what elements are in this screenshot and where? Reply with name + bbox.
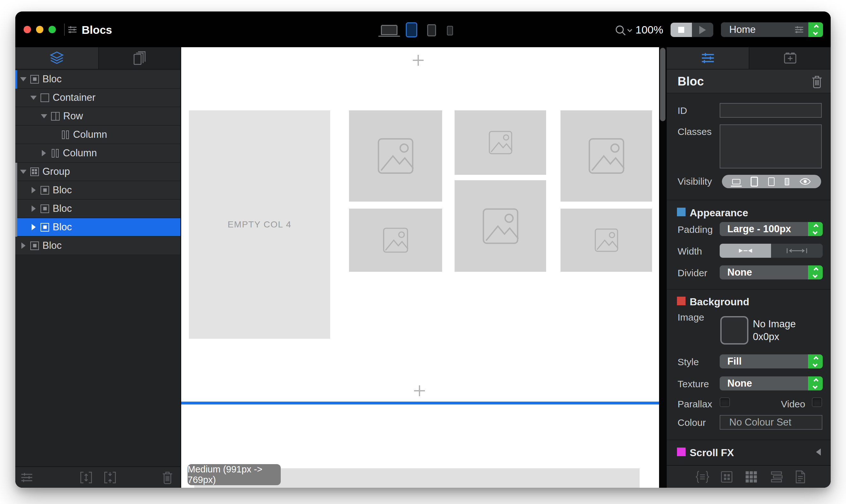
expand-all-icon[interactable] (78, 471, 94, 484)
page-selector[interactable]: Home (721, 22, 823, 37)
sliders-icon (68, 25, 77, 34)
chevron-down-icon[interactable] (627, 29, 632, 33)
width-contained-button[interactable] (720, 244, 771, 258)
stop-icon (678, 27, 684, 33)
canvas-scrollbar-thumb[interactable] (660, 48, 665, 121)
collapse-all-icon[interactable] (103, 471, 118, 484)
grid-3x3-icon[interactable] (744, 470, 758, 484)
tab-add-component[interactable] (749, 47, 831, 69)
column-icon (61, 130, 70, 139)
design-canvas[interactable]: EMPTY COL 4 (181, 47, 659, 488)
breakpoint-desktop-base (378, 36, 400, 37)
visibility-desktop-icon[interactable] (732, 179, 740, 184)
scrollfx-collapse-icon[interactable] (816, 449, 821, 455)
page-document-icon[interactable] (794, 470, 807, 484)
layer-row-bloc[interactable]: Bloc (15, 237, 180, 255)
disclosure-right-icon[interactable] (30, 187, 37, 193)
id-input[interactable] (720, 103, 822, 118)
code-braces-icon[interactable] (695, 470, 710, 484)
layer-options-icon[interactable] (20, 471, 34, 484)
page-settings-icon[interactable] (794, 25, 804, 34)
minimize-window-button[interactable] (36, 26, 43, 33)
tab-layers[interactable] (15, 47, 98, 69)
texture-stepper[interactable] (808, 376, 823, 391)
disclosure-right-icon[interactable] (30, 224, 37, 230)
image-placeholder-box[interactable] (560, 110, 652, 202)
parallax-checkbox[interactable] (720, 397, 730, 407)
container-icon (40, 93, 49, 102)
layer-row-column[interactable]: Column (15, 144, 180, 163)
layer-row-bloc[interactable]: Bloc (15, 70, 180, 89)
background-image-well[interactable] (720, 316, 749, 344)
layer-row-bloc[interactable]: Bloc (15, 181, 180, 200)
image-status: No Image (753, 318, 796, 330)
close-window-button[interactable] (24, 26, 31, 33)
visibility-tablet-large-icon[interactable] (751, 177, 758, 186)
layer-row-group[interactable]: Group (15, 163, 180, 181)
pages-icon (133, 51, 146, 66)
canvas-scrollbar-track[interactable] (659, 47, 667, 488)
add-bloc-top-button[interactable] (413, 55, 424, 66)
colour-field[interactable]: No Colour Set (720, 415, 822, 430)
disclosure-down-icon[interactable] (40, 114, 48, 118)
empty-column[interactable]: EMPTY COL 4 (189, 110, 330, 339)
classes-input[interactable] (720, 124, 822, 168)
layer-navigator-sidebar: Bloc Container Row Column Column (15, 47, 180, 488)
titlebar-divider (64, 24, 65, 36)
bloc-icon (40, 204, 49, 213)
breakpoint-phone-icon[interactable] (447, 26, 453, 35)
breakpoint-medium-tablet-icon-active[interactable] (406, 22, 417, 37)
divider-stepper[interactable] (808, 265, 823, 280)
list-rows-icon[interactable] (769, 470, 785, 484)
bloc-accent-bar (15, 70, 17, 89)
disclosure-right-icon[interactable] (40, 150, 47, 156)
image-placeholder-box[interactable] (349, 110, 442, 202)
group-accent-bar (15, 200, 17, 218)
image-placeholder-box[interactable] (454, 180, 546, 272)
zoom-level[interactable]: 100% (635, 24, 663, 36)
layer-tree-empty-area (15, 255, 180, 466)
add-bloc-bottom-button[interactable] (414, 385, 425, 396)
visibility-phone-icon[interactable] (785, 178, 789, 185)
texture-dropdown[interactable]: None (720, 376, 823, 391)
breakpoint-small-tablet-icon[interactable] (427, 24, 436, 36)
layer-row-container[interactable]: Container (15, 89, 180, 107)
delete-layer-trash-icon[interactable] (161, 471, 174, 484)
video-checkbox[interactable] (812, 397, 822, 407)
divider-dropdown[interactable]: None (720, 265, 823, 280)
zoom-window-button[interactable] (49, 26, 56, 33)
tab-inspector-settings[interactable] (667, 47, 749, 69)
zoom-search-icon[interactable] (614, 24, 627, 37)
inspector-title: Bloc (678, 75, 704, 88)
image-placeholder-box[interactable] (560, 209, 652, 272)
page-selector-value: Home (721, 24, 794, 35)
visibility-tablet-small-icon[interactable] (768, 177, 775, 186)
breakpoint-desktop-icon[interactable] (381, 25, 397, 35)
layer-row-bloc-selected[interactable]: Bloc (15, 218, 180, 237)
disclosure-down-icon[interactable] (20, 170, 27, 174)
bloc-grid-icon[interactable] (720, 470, 734, 484)
settings-sliders-icon (701, 51, 715, 65)
image-placeholder-icon (586, 135, 628, 177)
padding-stepper[interactable] (808, 222, 823, 236)
disclosure-down-icon[interactable] (20, 77, 27, 82)
padding-dropdown[interactable]: Large - 100px (720, 222, 823, 236)
page-selector-stepper[interactable] (808, 22, 823, 37)
style-dropdown[interactable]: Fill (720, 354, 823, 368)
play-preview-button[interactable] (692, 23, 713, 37)
image-placeholder-box[interactable] (349, 209, 442, 272)
width-full-button[interactable] (771, 244, 823, 258)
layer-row-row[interactable]: Row (15, 107, 180, 126)
style-stepper[interactable] (808, 354, 823, 368)
visibility-eye-icon[interactable] (799, 178, 811, 185)
layer-row-column[interactable]: Column (15, 126, 180, 144)
tab-pages[interactable] (98, 47, 180, 69)
image-placeholder-box[interactable] (454, 110, 546, 175)
disclosure-down-icon[interactable] (30, 96, 37, 100)
image-placeholder-icon (593, 227, 620, 254)
stop-preview-button[interactable] (670, 23, 692, 37)
disclosure-right-icon[interactable] (20, 242, 27, 249)
delete-bloc-trash-icon[interactable] (811, 75, 823, 88)
disclosure-right-icon[interactable] (30, 205, 37, 212)
layer-row-bloc[interactable]: Bloc (15, 200, 180, 218)
